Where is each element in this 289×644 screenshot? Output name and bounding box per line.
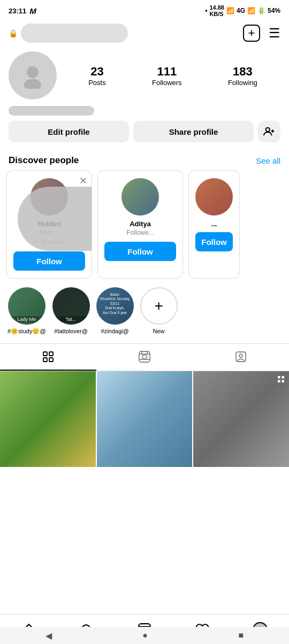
back-button[interactable]: ◀ xyxy=(45,631,52,641)
share-profile-button[interactable]: Share profile xyxy=(133,121,254,142)
story-new[interactable]: + New xyxy=(140,287,178,334)
discover-card-1: ✕ Hidden Follo... + 16 more Follow xyxy=(6,170,92,279)
card-name-3: ... xyxy=(195,220,233,228)
svg-rect-8 xyxy=(49,358,53,362)
svg-point-1 xyxy=(24,79,41,89)
status-bar: 23:11 M • 14.88KB/S 📶 4G 📶 🔋 54% xyxy=(0,0,289,19)
signal-icon: 📶 xyxy=(247,7,255,14)
recent-apps-button[interactable]: ■ xyxy=(239,631,244,640)
follow-button-2[interactable]: Follow xyxy=(104,242,176,261)
network-type: 4G xyxy=(237,7,245,14)
tabs-bar xyxy=(0,343,289,371)
close-card-1-button[interactable]: ✕ xyxy=(79,175,87,187)
time-display: 23:11 xyxy=(9,7,26,15)
battery-icon: 🔋 xyxy=(257,7,265,14)
tab-reels[interactable] xyxy=(96,344,193,371)
svg-rect-15 xyxy=(236,352,246,362)
network-speed: 14.88KB/S xyxy=(209,4,224,17)
profile-top: 23 Posts 111 Followers 183 Following xyxy=(9,51,280,99)
photo-1[interactable] xyxy=(0,371,96,467)
avatar-circle xyxy=(9,51,57,99)
name-placeholder xyxy=(9,106,94,116)
discover-card-3: ... Follow xyxy=(188,170,240,279)
card-name-1: Hidden xyxy=(13,220,85,228)
story-label-2: #tattolover@ xyxy=(54,328,88,334)
card-meta-2: Followe... xyxy=(104,229,176,236)
card-meta-1: Follo... xyxy=(13,229,85,236)
followers-stat[interactable]: 111 Followers xyxy=(152,65,182,87)
svg-point-10 xyxy=(142,355,147,359)
story-label-3: #zindagi@ xyxy=(101,328,129,334)
follow-button-1[interactable]: Follow xyxy=(13,251,85,271)
story-circle-3: BasicKhushroz Sunday 33/21Dua ki jaye,Au… xyxy=(96,287,134,325)
add-post-button[interactable]: + xyxy=(243,25,260,42)
story-label-new: New xyxy=(153,328,165,334)
nav-icons: + ☰ xyxy=(243,25,280,42)
photos-grid xyxy=(0,371,289,467)
story-overlay-2: Tat... xyxy=(52,316,90,323)
profile-section: 23 Posts 111 Followers 183 Following Edi… xyxy=(0,47,289,149)
edit-profile-button[interactable]: Edit profile xyxy=(9,121,129,142)
card-avatar-1 xyxy=(31,178,68,216)
android-nav: ◀ ● ■ xyxy=(0,627,289,644)
story-1[interactable]: Lady Me #😕study🙂@ xyxy=(7,287,46,335)
discover-scroll: ✕ Hidden Follo... + 16 more Follow Adity… xyxy=(0,170,289,279)
menu-button[interactable]: ☰ xyxy=(269,26,280,41)
svg-point-16 xyxy=(239,354,242,357)
svg-rect-7 xyxy=(43,358,47,362)
photo-2[interactable] xyxy=(97,371,193,467)
svg-rect-6 xyxy=(49,352,53,356)
stories-section: Lady Me #😕study🙂@ Tat... #tattolover@ Ba… xyxy=(0,279,289,339)
battery-percent: 54% xyxy=(268,7,280,14)
new-story-button[interactable]: + xyxy=(140,287,178,325)
story-2[interactable]: Tat... #tattolover@ xyxy=(52,287,90,334)
signal-area: • 14.88KB/S 📶 4G 📶 🔋 54% xyxy=(205,4,280,17)
follow-button-3[interactable]: Follow xyxy=(195,232,233,251)
profile-stats: 23 Posts 111 Followers 183 Following xyxy=(65,65,280,87)
username-pill xyxy=(21,24,128,43)
svg-rect-9 xyxy=(139,351,150,362)
svg-point-0 xyxy=(27,66,39,78)
card-name-2: Aditya xyxy=(104,220,176,228)
story-circle-1: Lady Me xyxy=(8,287,45,325)
story-text-3: BasicKhushroz Sunday 33/21Dua ki jaye,Au… xyxy=(98,293,132,315)
discover-title: Discover people xyxy=(9,155,79,166)
discover-header: Discover people See all xyxy=(0,149,289,170)
svg-point-2 xyxy=(266,128,270,132)
add-post-icon: + xyxy=(243,25,260,42)
story-overlay-1: Lady Me xyxy=(8,316,45,323)
email-icon: M xyxy=(29,6,36,16)
story-label-1: #😕study🙂@ xyxy=(7,328,46,335)
card-more-1: + 16 more xyxy=(13,239,85,246)
discover-card-2: Aditya Followe... Follow xyxy=(97,170,183,279)
top-nav: 🔒 + ☰ xyxy=(0,19,289,47)
discover-cards-wrapper: ✕ Hidden Follo... + 16 more Follow Adity… xyxy=(0,170,289,279)
tab-tagged[interactable] xyxy=(193,344,289,371)
card-avatar-3 xyxy=(195,178,233,216)
avatar xyxy=(9,51,57,99)
see-all-link[interactable]: See all xyxy=(256,156,280,165)
following-stat[interactable]: 183 Following xyxy=(228,65,257,87)
card-avatar-2 xyxy=(121,178,159,216)
tab-grid[interactable] xyxy=(0,344,96,371)
posts-stat: 23 Posts xyxy=(88,65,106,87)
wifi-icon: 📶 xyxy=(226,7,234,14)
story-3[interactable]: BasicKhushroz Sunday 33/21Dua ki jaye,Au… xyxy=(96,287,134,334)
add-person-button[interactable] xyxy=(258,121,280,142)
reel-icon xyxy=(276,374,286,386)
name-bio xyxy=(9,106,280,116)
action-buttons: Edit profile Share profile xyxy=(9,121,280,142)
avatar-silhouette xyxy=(19,62,46,89)
lock-icon: 🔒 xyxy=(9,29,18,37)
username-area: 🔒 xyxy=(9,24,128,43)
dot-icon: • xyxy=(205,7,207,14)
photo-3[interactable] xyxy=(193,371,289,467)
story-circle-2: Tat... xyxy=(52,287,90,325)
svg-rect-5 xyxy=(43,352,47,356)
android-home-button[interactable]: ● xyxy=(142,631,148,640)
